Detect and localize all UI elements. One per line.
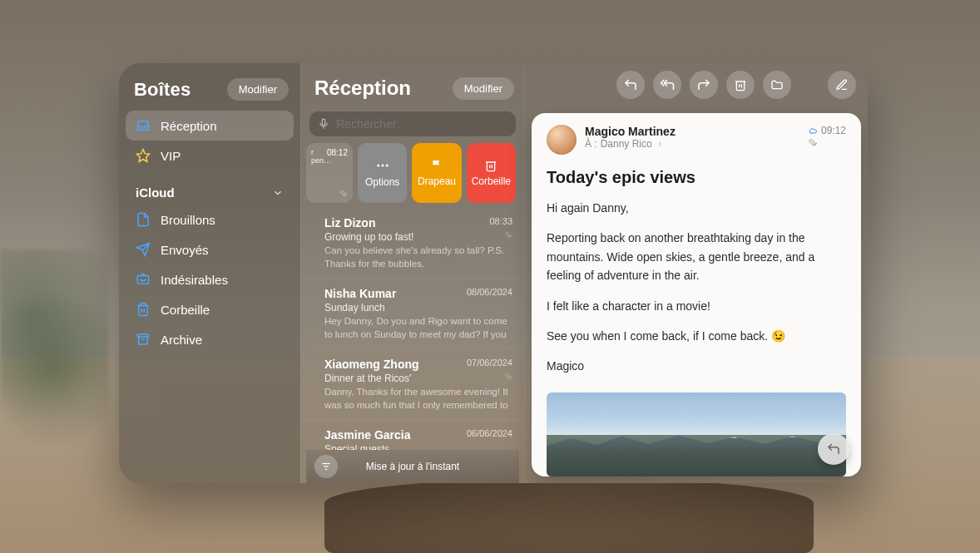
- sidebar-item-label: Indésirables: [161, 273, 228, 287]
- swiped-message-peek[interactable]: 08:12 r pen…: [306, 143, 353, 203]
- svg-point-6: [385, 165, 388, 167]
- sidebar-item-drafts[interactable]: Brouillons: [126, 205, 294, 235]
- folder-icon: [770, 78, 784, 91]
- message-list: Liz Dizon 08:33 Growing up too fast! Can…: [306, 208, 519, 450]
- reply-icon: [623, 77, 638, 92]
- ellipsis-icon: [375, 158, 390, 173]
- filter-button[interactable]: [314, 455, 338, 478]
- junk-icon: [136, 272, 151, 287]
- message-item[interactable]: Liz Dizon 08:33 Growing up too fast! Can…: [306, 208, 519, 278]
- sidebar-item-sent[interactable]: Envoyés: [126, 235, 294, 264]
- reply-all-button[interactable]: [653, 71, 681, 99]
- svg-rect-3: [322, 119, 325, 125]
- reply-icon: [826, 442, 841, 457]
- sidebar-title: Boîtes: [134, 79, 191, 101]
- message-list-column: Réception Modifier 08:12 r pen… Options: [300, 63, 525, 483]
- svg-point-4: [377, 165, 379, 167]
- paperclip-icon: [808, 138, 846, 148]
- message-item[interactable]: Jasmine Garcia 06/06/2024 Special guests…: [306, 419, 519, 450]
- sidebar-section-icloud[interactable]: iCloud: [126, 170, 294, 205]
- sidebar-edit-button[interactable]: Modifier: [227, 78, 289, 101]
- sidebar-item-label: Corbeille: [161, 303, 210, 317]
- filter-icon: [320, 461, 332, 472]
- trash-icon: [484, 159, 497, 172]
- sidebar-item-label: Archive: [161, 333, 202, 347]
- message-item[interactable]: Xiaomeng Zhong 07/06/2024 Dinner at the …: [306, 348, 519, 419]
- sender-avatar[interactable]: [547, 125, 577, 155]
- tray-icon: [136, 118, 151, 133]
- sidebar-item-label: Réception: [161, 119, 217, 133]
- compose-button[interactable]: [828, 71, 856, 99]
- swipe-options-button[interactable]: Options: [358, 143, 407, 203]
- cloud-icon: [808, 126, 818, 136]
- message-detail: Magico Martinez À : Danny Rico: [532, 113, 861, 476]
- paperplane-icon: [136, 242, 151, 257]
- paperclip-icon: [339, 190, 348, 198]
- list-title: Réception: [314, 77, 411, 100]
- detail-sender: Magico Martinez: [585, 125, 799, 138]
- sidebar-item-vip[interactable]: VIP: [126, 141, 294, 170]
- sidebar-item-label: VIP: [161, 149, 181, 163]
- sidebar-item-inbox[interactable]: Réception: [126, 111, 294, 141]
- flag-icon: [430, 159, 443, 172]
- quick-reply-button[interactable]: [818, 433, 849, 465]
- sidebar-item-junk[interactable]: Indésirables: [126, 264, 294, 294]
- archive-icon: [136, 332, 151, 347]
- swipe-flag-button[interactable]: Drapeau: [412, 143, 461, 203]
- forward-button[interactable]: [690, 71, 718, 99]
- chevron-down-icon: [272, 187, 284, 199]
- detail-time: 09:12: [821, 125, 846, 136]
- svg-rect-1: [137, 276, 149, 284]
- star-icon: [136, 148, 151, 163]
- detail-body: Hi again Danny, Reporting back on anothe…: [547, 199, 846, 388]
- swipe-trash-button[interactable]: Corbeille: [467, 143, 516, 203]
- reply-all-icon: [660, 77, 675, 92]
- sidebar-item-label: Brouillons: [161, 213, 215, 227]
- compose-icon: [835, 78, 849, 91]
- trash-icon: [136, 302, 151, 317]
- mail-window: Boîtes Modifier Réception VIP iCloud: [119, 63, 868, 483]
- swiped-message-row: 08:12 r pen… Options Drapeau: [306, 143, 516, 203]
- detail-recipients[interactable]: À : Danny Rico: [585, 138, 799, 150]
- paperclip-icon: [504, 231, 512, 239]
- sidebar-item-label: Envoyés: [161, 243, 209, 257]
- chevron-right-icon: [656, 140, 664, 148]
- message-toolbar: [525, 63, 868, 106]
- mailboxes-sidebar: Boîtes Modifier Réception VIP iCloud: [119, 63, 300, 483]
- forward-icon: [696, 77, 711, 92]
- status-text: Mise à jour à l'instant: [366, 461, 459, 472]
- detail-subject: Today's epic views: [547, 168, 846, 187]
- paperclip-icon: [504, 373, 512, 381]
- microphone-icon: [318, 118, 329, 130]
- status-bar: Mise à jour à l'instant: [306, 450, 519, 483]
- detail-column: Magico Martinez À : Danny Rico: [525, 63, 868, 483]
- list-edit-button[interactable]: Modifier: [453, 77, 514, 100]
- attachment-image[interactable]: [547, 393, 846, 476]
- sidebar-item-archive[interactable]: Archive: [126, 324, 294, 354]
- document-icon: [136, 212, 151, 227]
- search-field[interactable]: [309, 111, 516, 136]
- search-input[interactable]: [336, 117, 507, 131]
- message-item[interactable]: Nisha Kumar 08/06/2024 Sunday lunch Hey …: [306, 278, 519, 348]
- svg-point-5: [381, 165, 384, 167]
- trash-icon: [734, 78, 747, 91]
- move-button[interactable]: [763, 71, 791, 99]
- reply-button[interactable]: [616, 71, 645, 99]
- delete-button[interactable]: [726, 71, 755, 99]
- svg-rect-2: [137, 334, 149, 337]
- svg-marker-0: [137, 150, 150, 162]
- sidebar-item-trash[interactable]: Corbeille: [126, 294, 294, 324]
